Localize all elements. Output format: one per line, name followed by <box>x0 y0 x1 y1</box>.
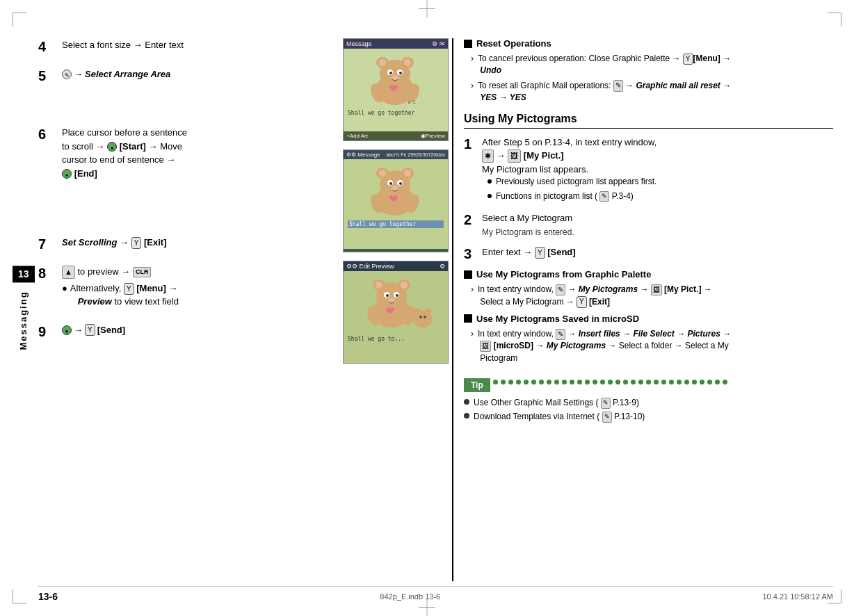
svg-text:↙1: ↙1 <box>408 99 416 105</box>
tip-item-2: Download Templates via Internet ( ✎ P.13… <box>464 410 833 423</box>
step-4: 4 Select a font size → Enter text <box>38 38 327 55</box>
step-8-content: ▲ to preview → CLR ● Alternatively, Y [M… <box>62 265 327 311</box>
right-step-1-number: 1 <box>464 136 482 152</box>
ss1-text1: Shall we go together <box>348 110 444 116</box>
crop-top-h <box>419 8 435 9</box>
tip-header-row: Tip <box>464 371 833 396</box>
middle-column: Message ⚙ ✉ <box>337 38 452 581</box>
sub-text-1a: Previously used pictogram list appears f… <box>496 176 656 188</box>
ss2-title: ⚙⚙ Message <box>346 152 380 158</box>
right-step-2-content: Select a My Pictogram My Pictogram is en… <box>482 211 833 238</box>
corner-bl <box>13 590 26 603</box>
tip-text-1: Use Other Graphic Mail Settings ( ✎ P.13… <box>474 396 639 409</box>
svg-point-6 <box>404 59 411 66</box>
right-step-1: 1 After Step 5 on P.13-4, in text entry … <box>464 136 833 205</box>
screenshot-3: ⚙⚙ Edit Preview ⚙ <box>343 261 449 364</box>
step-8-number: 8 <box>38 265 58 282</box>
exit-key-palette: Y <box>577 296 587 308</box>
sub-bullet-1a: Previously used pictogram list appears f… <box>488 176 833 188</box>
step-6-number: 6 <box>38 126 58 143</box>
svg-point-25 <box>399 182 402 185</box>
ss1-footer-right: ◉Preview <box>421 133 445 139</box>
tip-section: Tip Use Other Graph <box>464 371 833 423</box>
main-content: 4 Select a font size → Enter text 5 ✎ → … <box>38 38 833 581</box>
using-pictograms-header: Using My Pictograms <box>464 113 833 129</box>
reset-item-2: › To reset all Graphic Mail operations: … <box>471 80 833 104</box>
clr-badge: CLR <box>133 267 152 278</box>
footer-right: 10.4.21 10:58:12 AM <box>762 592 833 601</box>
menu-key-8: Y <box>124 283 134 295</box>
palette-black-square <box>464 270 472 279</box>
screenshot-1-footer: +Add Art ◉Preview <box>344 131 448 140</box>
ss3-text1: Shall we go to... <box>348 336 444 342</box>
sub-dot-1a <box>488 179 492 184</box>
svg-point-45 <box>424 308 431 316</box>
right-step-2: 2 Select a My Pictogram My Pictogram is … <box>464 211 833 238</box>
page-number: 13-6 <box>38 591 58 602</box>
sub-bullet-1b: Functions in pictogram list ( ✎ P.3-4) <box>488 191 833 202</box>
exit-key: Y <box>131 237 142 249</box>
ss1-icons: ⚙ ✉ <box>432 40 445 47</box>
step-9-content: ● → Y [Send] <box>62 323 327 337</box>
tip-text-2: Download Templates via Internet ( ✎ P.13… <box>474 410 645 423</box>
tip-item-1: Use Other Graphic Mail Settings ( ✎ P.13… <box>464 396 833 409</box>
svg-point-21 <box>404 170 411 177</box>
use-from-palette-header: Use My Pictograms from Graphic Palette <box>464 269 833 279</box>
reset-title: Reset Operations <box>476 38 551 49</box>
sub-dot-1b <box>488 194 492 198</box>
svg-point-47 <box>424 316 426 318</box>
right-step-3-number: 3 <box>464 245 482 262</box>
step-7-content: Set Scrolling → Y [Exit] <box>62 236 327 250</box>
bullet-arrow-2: › <box>471 81 474 90</box>
palette-item: › In text entry window, ✎ → My Pictogram… <box>471 284 833 308</box>
svg-point-5 <box>379 59 386 66</box>
screenshot-3-header: ⚙⚙ Edit Preview ⚙ <box>344 261 448 271</box>
screenshot-1-header: Message ⚙ ✉ <box>344 39 448 49</box>
ss3-title: ⚙⚙ Edit Preview <box>346 263 394 270</box>
right-step-1-content: After Step 5 on P.13-4, in text entry wi… <box>482 136 833 205</box>
microsd-item: › In text entry window, ✎ → Insert files… <box>471 328 833 364</box>
key-end: ● <box>62 169 72 179</box>
screenshot-1: Message ⚙ ✉ <box>343 38 449 141</box>
corner-tr <box>828 13 841 26</box>
step-7: 7 Set Scrolling → Y [Exit] <box>38 236 327 252</box>
corner-tl <box>13 13 26 26</box>
step-8: 8 ▲ to preview → CLR ● Alternatively, Y … <box>38 265 327 311</box>
right-step-3-content: Enter text → Y [Send] <box>482 245 833 259</box>
palette-title: Use My Pictograms from Graphic Palette <box>476 269 651 279</box>
ss1-footer-left: +Add Art <box>346 133 368 139</box>
chapter-number: 13 <box>13 266 35 282</box>
use-from-microsd-header: Use My Pictograms Saved in microSD <box>464 314 833 324</box>
screenshot-2-footer <box>344 249 448 252</box>
key-9: ● <box>62 325 72 335</box>
step-5-content: ✎ → Select Arrange Area <box>62 67 327 81</box>
microsd-title: Use My Pictograms Saved in microSD <box>476 314 639 324</box>
svg-point-10 <box>399 72 402 74</box>
microsd-black-square <box>464 314 472 323</box>
microsd-text: In text entry window, ✎ → Insert files →… <box>478 328 731 364</box>
right-step-3: 3 Enter text → Y [Send] <box>464 245 833 262</box>
step-7-number: 7 <box>38 236 58 252</box>
tip-dot-2 <box>464 413 469 419</box>
page-footer: 13-6 842p_E.indb 13-6 10.4.21 10:58:12 A… <box>38 586 833 602</box>
footer-left: 842p_E.indb 13-6 <box>380 592 440 601</box>
send-key-right: Y <box>535 247 545 259</box>
right-column: Reset Operations › To cancel previous op… <box>452 38 833 581</box>
screenshot-2: ⚙⚙ Message abc/½ Fri 29926/30720kbts <box>343 149 449 252</box>
svg-point-9 <box>389 72 392 74</box>
sub-text-1b: Functions in pictogram list ( ✎ P.3-4) <box>496 191 634 202</box>
palette-arrow: › <box>471 284 474 294</box>
sidebar: 13 Messaging <box>13 266 35 350</box>
reset-item-1-text: To cancel previous operation: Close Grap… <box>478 53 731 77</box>
reset-item-2-text: To reset all Graphic Mail operations: ✎ … <box>478 80 731 104</box>
left-column: 4 Select a font size → Enter text 5 ✎ → … <box>38 38 337 581</box>
bear-illustration-3 <box>346 274 444 333</box>
svg-point-46 <box>419 316 422 318</box>
step-4-content: Select a font size → Enter text <box>62 38 327 52</box>
menu-key-reset: Y <box>683 54 693 65</box>
step-9: 9 ● → Y [Send] <box>38 323 327 340</box>
svg-point-24 <box>389 182 392 185</box>
bear-illustration-1: ↙1 <box>346 51 444 107</box>
step-9-number: 9 <box>38 323 58 340</box>
step-5-text: Select Arrange Area <box>85 67 170 81</box>
